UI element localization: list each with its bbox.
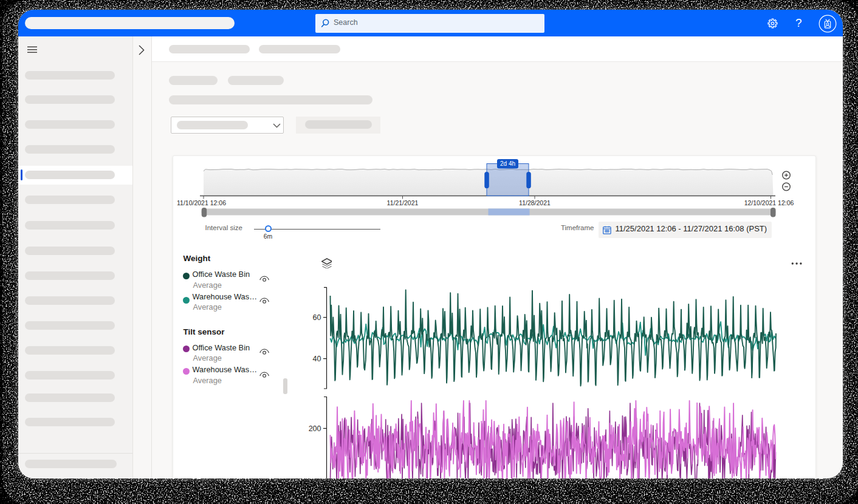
svg-text:2d 4h: 2d 4h — [499, 160, 515, 167]
svg-text:11/10/2021 12:06: 11/10/2021 12:06 — [177, 199, 226, 206]
svg-text:11/28/2021: 11/28/2021 — [519, 199, 551, 206]
svg-text:60: 60 — [313, 313, 321, 322]
svg-text:40: 40 — [313, 355, 321, 363]
svg-text:200: 200 — [309, 424, 321, 433]
svg-text:11/21/2021: 11/21/2021 — [386, 199, 418, 206]
svg-text:12/10/2021 12:06: 12/10/2021 12:06 — [744, 199, 794, 206]
